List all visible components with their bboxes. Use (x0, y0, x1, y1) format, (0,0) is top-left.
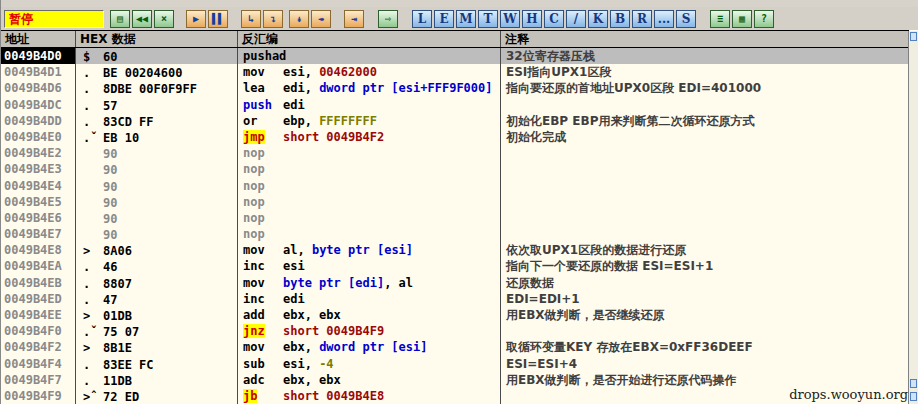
hex-bytes: 8DBE 00F0F9FF (103, 82, 197, 96)
status-indicator: 暂停 (4, 10, 104, 28)
help-button[interactable]: ? (754, 10, 774, 28)
disasm-row[interactable]: 0049B4E790nop (1, 226, 909, 242)
disasm-row[interactable]: 0049B4E590nop (1, 194, 909, 210)
go-to-button[interactable]: ⇨ (378, 10, 398, 28)
mnemonic: mov (243, 64, 283, 80)
toolbar: 暂停 ▤◀◀×▶▌▌↳↴↡↠⇥⇨LEMTWHC/KBR...S≡▦? (1, 7, 918, 30)
row-comment: 用EBX做判断，是否继续还原 (501, 307, 909, 323)
run-trace-button[interactable]: ... (654, 10, 674, 28)
hex-bytes: 8B1E (103, 341, 132, 355)
column-header-address[interactable]: 地址 (1, 31, 76, 47)
row-address: 0049B4E5 (1, 194, 76, 210)
disasm-row[interactable]: 0049B4E290nop (1, 145, 909, 161)
source-button[interactable]: S (676, 10, 696, 28)
mnemonic-text: nop (243, 146, 265, 160)
operand: al, (283, 243, 312, 257)
disasm-row[interactable]: 0049B4DC.57pushedi (1, 97, 909, 113)
mnemonic: nop (243, 194, 283, 210)
disasm-row[interactable]: 0049B4D1.BE 00204600movesi, 00462000ESI指… (1, 64, 909, 80)
disasm-row[interactable]: 0049B4E8>8A06moval, byte ptr [esi]依次取UPX… (1, 242, 909, 258)
memory-map-button[interactable]: M (456, 10, 476, 28)
disasm-row[interactable]: 0049B4ED.47incediEDI=EDI+1 (1, 291, 909, 307)
run-button[interactable]: ▶ (186, 10, 206, 28)
row-comment: 依次取UPX1区段的数据进行还原 (501, 242, 909, 258)
mnemonic: jnz (243, 323, 283, 339)
mnemonic: nop (243, 210, 283, 226)
patches-button[interactable]: / (566, 10, 586, 28)
row-disassembly: nop (238, 210, 501, 226)
disasm-row[interactable]: 0049B4F9>ˆ72 EDjbshort 0049B4E8 (1, 388, 909, 404)
pause-button[interactable]: ▌▌ (208, 10, 228, 28)
threads-button[interactable]: T (478, 10, 498, 28)
row-hex: .11DB (76, 372, 238, 388)
mnemonic-text: inc (243, 292, 265, 306)
row-address: 0049B4ED (1, 291, 76, 307)
restart-button[interactable]: ◀◀ (132, 10, 152, 28)
disasm-row[interactable]: 0049B4E0.ˇEB 10jmpshort 0049B4F2初始化完成 (1, 129, 909, 145)
disasm-row[interactable]: 0049B4EA.46incesi指向下一个要还原的数据 ESI=ESI+1 (1, 258, 909, 274)
row-disassembly: movebx, dword ptr [esi] (238, 339, 501, 355)
disasm-row[interactable]: 0049B4DD.83CD FForebp, FFFFFFFF初始化EBP EB… (1, 113, 909, 129)
disasm-row[interactable]: 0049B4E690nop (1, 210, 909, 226)
disasm-row[interactable]: 0049B4EE>01DBaddebx, ebx用EBX做判断，是否继续还原 (1, 307, 909, 323)
row-address: 0049B4E0 (1, 129, 76, 145)
open-file-button[interactable]: ▤ (110, 10, 130, 28)
animate-into-button[interactable]: ↡ (289, 10, 309, 28)
call-stack-button[interactable]: K (588, 10, 608, 28)
close-button[interactable]: × (154, 10, 174, 28)
execute-till-return-button[interactable]: ⇥ (344, 10, 364, 28)
mnemonic-text: mov (243, 276, 265, 290)
animate-over-button[interactable]: ↠ (311, 10, 331, 28)
column-header-disassembly[interactable]: 反汇编 (238, 31, 501, 47)
row-comment (501, 194, 909, 210)
breakpoints-button[interactable]: B (610, 10, 630, 28)
appearance-button[interactable]: ▦ (732, 10, 752, 28)
disasm-row[interactable]: 0049B4E490nop (1, 178, 909, 194)
row-address: 0049B4E2 (1, 145, 76, 161)
disasm-row[interactable]: 0049B4F0.ˇ75 07jnzshort 0049B4F9 (1, 323, 909, 339)
analysis-prefix: . (76, 373, 103, 388)
watermark: drops.wooyun.org (789, 387, 908, 402)
breakpoint-options-button[interactable]: ≡ (710, 10, 730, 28)
mnemonic-text: lea (243, 81, 265, 95)
column-header-hex-data[interactable]: HEX 数据 (76, 31, 238, 47)
operand: dword ptr [esi+FFF9F000] (319, 81, 492, 95)
handles-button[interactable]: H (522, 10, 542, 28)
references-button[interactable]: R (632, 10, 652, 28)
disassembly-pane: 0049B4D0$60pushad32位寄存器压栈0049B4D1.BE 002… (1, 48, 909, 404)
hex-bytes: 01DB (103, 309, 132, 323)
disasm-row[interactable]: 0049B4D6.8DBE 00F0F9FFleaedi, dword ptr … (1, 80, 909, 96)
step-over-button[interactable]: ↴ (263, 10, 283, 28)
executables-button[interactable]: E (434, 10, 454, 28)
row-hex: .ˇ75 07 (76, 323, 238, 339)
operand: edi, (283, 81, 319, 95)
row-disassembly: nop (238, 226, 501, 242)
operand: -4 (319, 357, 333, 371)
hex-bytes: 83CD FF (103, 115, 154, 129)
hex-bytes: 72 ED (103, 390, 139, 404)
disasm-row[interactable]: 0049B4E390nop (1, 161, 909, 177)
row-disassembly: jbshort 0049B4E8 (238, 388, 501, 404)
disasm-row[interactable]: 0049B4F4.83EE FCsubesi, -4ESI=ESI+4 (1, 356, 909, 372)
analysis-prefix: . (76, 276, 103, 291)
vertical-scrollbar[interactable] (908, 31, 918, 404)
operand: dword ptr [esi] (319, 340, 427, 354)
step-into-button[interactable]: ↳ (241, 10, 261, 28)
disasm-row[interactable]: 0049B4F2>8B1Emovebx, dword ptr [esi]取循环变… (1, 339, 909, 355)
disasm-row[interactable]: 0049B4EB.8807movbyte ptr [edi], al还原数据 (1, 275, 909, 291)
row-hex: 90 (76, 161, 238, 177)
analysis-prefix: .ˇ (76, 130, 103, 145)
operand: edi (283, 98, 305, 112)
hex-bytes: 90 (103, 228, 117, 242)
disasm-row[interactable]: 0049B4D0$60pushad32位寄存器压栈 (1, 48, 909, 64)
scrollbar-up-arrow (910, 32, 917, 41)
disasm-row[interactable]: 0049B4F7.11DBadcebx, ebx用EBX做判断，是否开始进行还原… (1, 372, 909, 388)
hex-bytes: 8807 (103, 277, 132, 291)
scrollbar-down-arrow (910, 392, 917, 401)
windows-button[interactable]: W (500, 10, 520, 28)
column-header-comment[interactable]: 注释 (501, 31, 909, 47)
row-comment: 还原数据 (501, 275, 909, 291)
row-hex: .83CD FF (76, 113, 238, 129)
cpu-window-button[interactable]: C (544, 10, 564, 28)
log-window-button[interactable]: L (412, 10, 432, 28)
